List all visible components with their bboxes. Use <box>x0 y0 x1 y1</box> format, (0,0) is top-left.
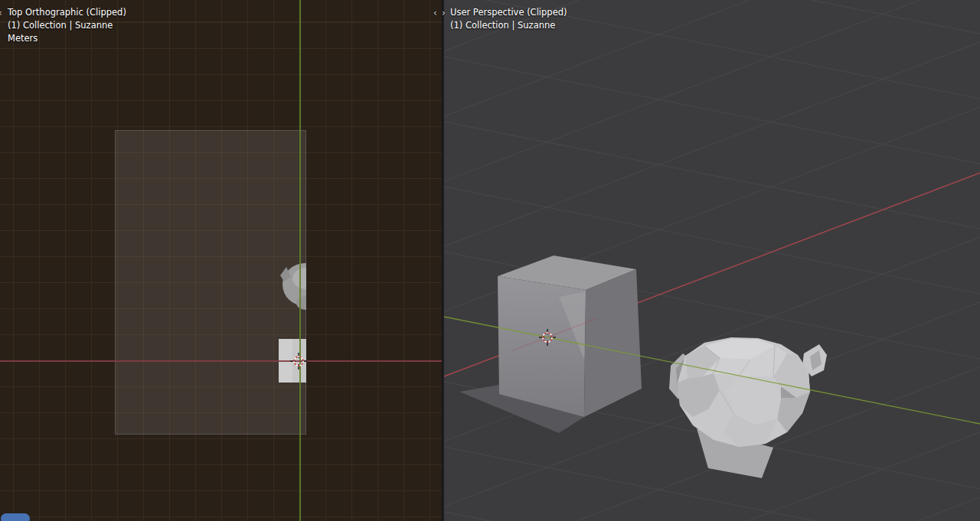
y-axis-line <box>444 317 980 424</box>
viewport-units-label: Meters <box>8 32 126 45</box>
clip-border-region <box>115 130 306 435</box>
viewport-breadcrumb: (1) Collection | Suzanne <box>450 19 567 32</box>
bottom-left-blue-pill[interactable] <box>1 513 30 521</box>
viewport-top-orthographic[interactable]: Top Orthographic (Clipped) (1) Collectio… <box>0 0 442 521</box>
suzanne-object[interactable] <box>669 337 827 478</box>
viewport-title: User Perspective (Clipped) <box>450 6 567 19</box>
x-axis-overlay <box>513 318 597 350</box>
floor-grid <box>444 0 980 521</box>
y-axis-line <box>299 0 301 521</box>
viewport-breadcrumb: (1) Collection | Suzanne <box>8 19 126 32</box>
pane-corner-arrow-icon[interactable]: ‹ <box>0 8 2 18</box>
x-axis-line <box>0 360 442 362</box>
3d-cursor-icon <box>539 329 556 346</box>
cube-shadow <box>459 385 584 433</box>
pane-resize-right-arrow-icon[interactable]: › <box>442 8 446 18</box>
viewport-user-perspective[interactable]: User Perspective (Clipped) (1) Collectio… <box>444 0 980 521</box>
viewport-title: Top Orthographic (Clipped) <box>8 6 126 19</box>
cube-object[interactable] <box>498 256 642 417</box>
blender-window: Top Orthographic (Clipped) (1) Collectio… <box>0 0 980 521</box>
right-scene <box>444 0 980 521</box>
pane-resize-left-arrow-icon[interactable]: ‹ <box>433 8 437 18</box>
x-axis-line <box>444 173 980 376</box>
